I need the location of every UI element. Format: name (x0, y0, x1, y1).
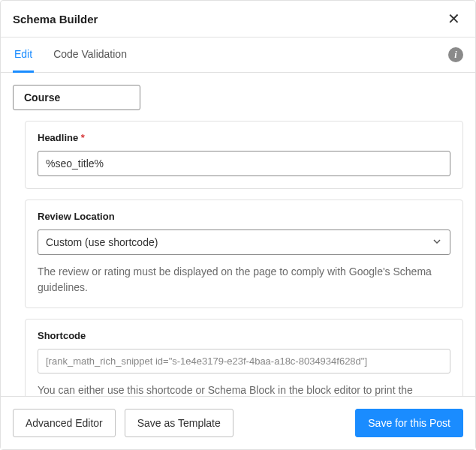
schema-type-chip[interactable]: Course (13, 85, 140, 110)
review-location-select-wrap: Custom (use shortcode) (38, 230, 450, 255)
save-for-post-button[interactable]: Save for this Post (355, 409, 463, 437)
advanced-editor-button[interactable]: Advanced Editor (13, 409, 116, 437)
info-icon[interactable]: i (448, 47, 463, 62)
tabs-row: Edit Code Validation i (1, 38, 475, 73)
review-location-panel: Review Location Custom (use shortcode) T… (25, 200, 463, 308)
schema-builder-modal: Schema Builder ✕ Edit Code Validation i … (0, 0, 476, 450)
shortcode-label: Shortcode (38, 330, 450, 341)
modal-footer: Advanced Editor Save as Template Save fo… (1, 396, 475, 449)
footer-left-buttons: Advanced Editor Save as Template (13, 409, 233, 437)
headline-panel: Headline * (25, 121, 463, 189)
content-area: Course Headline * Review Location Custom… (1, 73, 475, 396)
review-location-select[interactable]: Custom (use shortcode) (38, 230, 450, 255)
required-indicator: * (81, 132, 85, 143)
tab-edit[interactable]: Edit (13, 38, 34, 73)
save-as-template-button[interactable]: Save as Template (125, 409, 233, 437)
headline-label: Headline * (38, 132, 450, 143)
review-location-help: The review or rating must be displayed o… (38, 264, 450, 296)
headline-input[interactable] (38, 151, 450, 176)
shortcode-help: You can either use this shortcode or Sch… (38, 382, 450, 396)
shortcode-panel: Shortcode You can either use this shortc… (25, 319, 463, 396)
modal-title: Schema Builder (13, 13, 98, 26)
review-location-label: Review Location (38, 211, 450, 222)
tab-code-validation[interactable]: Code Validation (52, 38, 128, 73)
shortcode-input[interactable] (38, 349, 450, 374)
tabs: Edit Code Validation (13, 38, 128, 72)
close-icon: ✕ (447, 10, 460, 27)
modal-header: Schema Builder ✕ (1, 1, 475, 38)
close-button[interactable]: ✕ (444, 11, 463, 26)
